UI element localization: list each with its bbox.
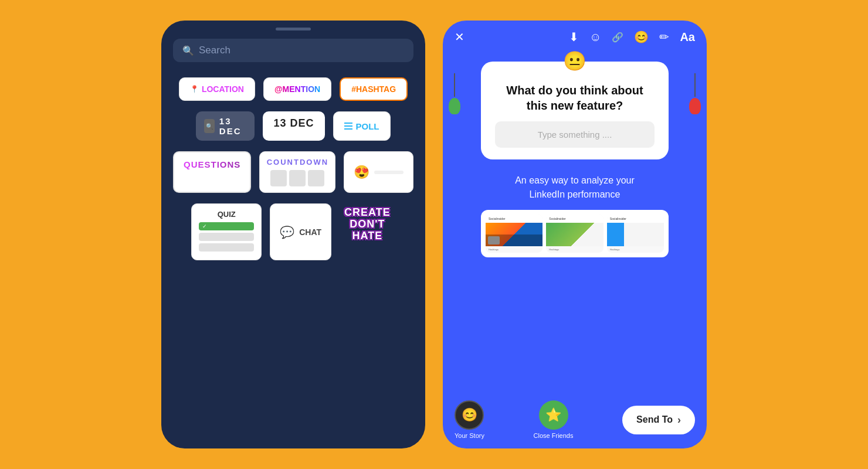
- edit-pencil-icon[interactable]: ✏: [659, 30, 669, 44]
- story-toolbar: ✕ ⬇ ☺ 🔗 😊 ✏ Aa: [443, 21, 707, 50]
- toolbar-right: ⬇ ☺ 🔗 😊 ✏ Aa: [569, 30, 695, 44]
- analytics-card-1-header: Socialinsider: [486, 215, 542, 223]
- close-friends-avatar[interactable]: ⭐: [539, 400, 568, 430]
- lights-left-decoration: [449, 73, 460, 114]
- app-container: 🔍 Search 📍 LOCATION @MENTION #HASHTAG: [12, 12, 856, 457]
- close-friends-item[interactable]: ⭐ Close Friends: [534, 400, 574, 439]
- chat-bubble-icon: 💬: [280, 225, 294, 239]
- send-to-label: Send To: [636, 414, 673, 425]
- questions-label: QUESTIONS: [184, 159, 240, 169]
- sticker-mention[interactable]: @MENTION: [263, 77, 331, 101]
- emoji-slider-icon: 😍: [354, 165, 369, 180]
- countdown-box-2: [289, 170, 306, 186]
- mention-label: @MENTION: [274, 84, 320, 94]
- quiz-title: QUIZ: [199, 210, 254, 219]
- close-friends-label: Close Friends: [534, 432, 574, 439]
- light-string-left: [449, 73, 460, 114]
- create-dont-hate-text: CREATEDON'THATE: [344, 207, 391, 242]
- countdown-box-3: [308, 170, 324, 186]
- date-label: 13 DEC: [273, 117, 314, 129]
- question-card: 😐 What do you think about this new featu…: [481, 62, 669, 159]
- ad-text: An easy way to analyze yourLinkedIn perf…: [503, 174, 646, 202]
- your-story-avatar[interactable]: 😊: [455, 400, 484, 430]
- sticker-poll[interactable]: POLL: [333, 111, 391, 141]
- story-bottom-bar: 😊 Your Story ⭐ Close Friends Send To ›: [443, 393, 707, 448]
- wire-left: [454, 73, 455, 97]
- gif-label: 13 DEC: [219, 116, 247, 136]
- countdown-box-1: [270, 170, 287, 186]
- countdown-boxes: [270, 170, 324, 186]
- text-style-button[interactable]: Aa: [680, 30, 695, 44]
- phone-top-bar: [161, 21, 425, 34]
- analytics-card-3-header: Socialinsider: [607, 215, 664, 223]
- your-story-label: Your Story: [455, 432, 484, 439]
- analytics-card-2-image: [546, 223, 603, 246]
- quiz-check-icon: ✓: [202, 223, 207, 229]
- red-bulb: [689, 98, 701, 114]
- poll-label: POLL: [356, 121, 379, 131]
- analytics-card-3-image: [607, 223, 664, 246]
- sticker-row-4: QUIZ ✓ 💬 CHAT CREATEDON'THATE: [173, 203, 413, 260]
- question-card-title: What do you think about this new feature…: [495, 83, 655, 113]
- search-icon: 🔍: [182, 45, 194, 56]
- phone-notch: [276, 28, 311, 30]
- close-friends-star-icon: ⭐: [545, 407, 561, 423]
- face-icon[interactable]: ☺: [589, 30, 601, 44]
- search-input-label: Search: [199, 45, 230, 56]
- stickers-grid: 📍 LOCATION @MENTION #HASHTAG 🔍 13 DEC 13…: [161, 72, 425, 266]
- analytics-card-2: Socialinsider Hashtags: [546, 215, 603, 253]
- right-phone: ✕ ⬇ ☺ 🔗 😊 ✏ Aa: [443, 21, 707, 448]
- analytics-card-3-footer: Hashtags: [607, 246, 664, 253]
- analytics-card-1-footer: Hashtags: [486, 246, 542, 253]
- your-story-emoji: 😊: [462, 407, 477, 423]
- search-bar[interactable]: 🔍 Search: [173, 39, 413, 62]
- slider-track[interactable]: [374, 171, 404, 174]
- sticker-row-1: 📍 LOCATION @MENTION #HASHTAG: [173, 77, 413, 101]
- hashtag-label: #HASHTAG: [351, 84, 396, 94]
- poll-lines-icon: [344, 123, 352, 130]
- countdown-label: COUNTDOWN: [267, 158, 328, 166]
- sticker-emoji-slider[interactable]: 😍: [344, 151, 413, 193]
- green-bulb: [449, 98, 460, 114]
- sticker-questions[interactable]: QUESTIONS: [173, 151, 251, 193]
- sticker-create-dont-hate[interactable]: CREATEDON'THATE: [340, 203, 395, 260]
- left-phone: 🔍 Search 📍 LOCATION @MENTION #HASHTAG: [161, 21, 425, 448]
- quiz-option-correct: ✓: [199, 222, 254, 230]
- sticker-row-3: QUESTIONS COUNTDOWN 😍: [173, 151, 413, 193]
- send-chevron-icon: ›: [677, 414, 681, 426]
- sticker-chat[interactable]: 💬 CHAT: [270, 203, 331, 260]
- sticker-row-2: 🔍 13 DEC 13 DEC POLL: [173, 111, 413, 141]
- analytics-card-1: Socialinsider Hashtags: [486, 215, 542, 253]
- link-icon[interactable]: 🔗: [612, 32, 623, 43]
- close-icon[interactable]: ✕: [455, 30, 464, 44]
- wire-right: [694, 73, 696, 97]
- gif-search-icon: 🔍: [204, 119, 214, 133]
- toolbar-left: ✕: [455, 30, 464, 44]
- sticker-icon[interactable]: 😊: [634, 30, 649, 44]
- location-pin-icon: 📍: [190, 85, 199, 93]
- analytics-card-2-header: Socialinsider: [546, 215, 603, 223]
- analytics-card-2-footer: Hashtags: [546, 246, 603, 253]
- story-content: 😐 What do you think about this new featu…: [443, 50, 707, 393]
- sticker-countdown[interactable]: COUNTDOWN: [259, 151, 335, 193]
- your-story-item[interactable]: 😊 Your Story: [455, 400, 484, 439]
- quiz-option-1: [199, 233, 254, 241]
- quiz-option-2: [199, 243, 254, 252]
- location-label: LOCATION: [202, 84, 244, 94]
- send-to-button[interactable]: Send To ›: [622, 406, 695, 434]
- question-card-emoji: 😐: [563, 50, 586, 72]
- sticker-gif[interactable]: 🔍 13 DEC: [196, 111, 255, 141]
- sticker-quiz[interactable]: QUIZ ✓: [191, 203, 262, 260]
- analytics-card-1-image: [486, 223, 542, 246]
- sticker-hashtag[interactable]: #HASHTAG: [340, 77, 408, 101]
- chat-label: CHAT: [299, 227, 321, 237]
- analytics-preview: Socialinsider Hashtags Socialinsider Has…: [481, 210, 669, 257]
- light-string-right: [689, 73, 701, 114]
- lights-right-decoration: [689, 73, 701, 114]
- sticker-location[interactable]: 📍 LOCATION: [179, 77, 255, 101]
- download-icon[interactable]: ⬇: [569, 30, 579, 44]
- question-input-placeholder[interactable]: Type something ....: [495, 121, 655, 148]
- sticker-date[interactable]: 13 DEC: [263, 111, 324, 141]
- analytics-card-3: Socialinsider Hashtags: [607, 215, 664, 253]
